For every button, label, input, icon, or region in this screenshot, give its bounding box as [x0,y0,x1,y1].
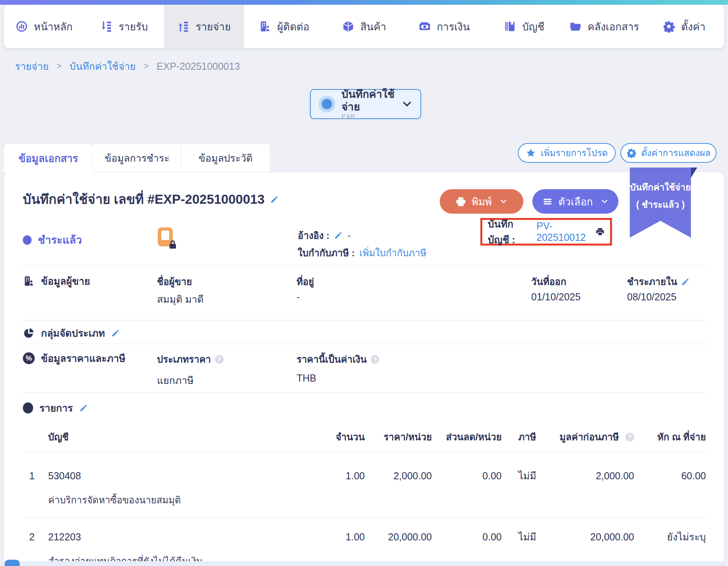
print-button[interactable]: พิมพ์ [440,189,523,214]
discount-value: 0.00 [432,528,502,546]
due-date-label: ชำระภายใน [627,274,690,289]
edit-reference-icon[interactable] [334,231,343,240]
due-date-value: 08/10/2025 [627,291,676,303]
currency-label: ราคานี้เป็นค่าเงิน ? [297,352,379,367]
nav-item-settings[interactable]: ตั้งค่า [644,5,724,48]
display-settings-button[interactable]: ตั้งค่าการแสดงผล [620,143,717,163]
unit-price-value: 2,000.00 [365,467,432,484]
documents-icon [569,20,582,33]
reference-label: อ้างอิง : [298,228,329,243]
journal-label: บันทึกบัญชี : [488,216,532,248]
nav-label: บัญชี [522,19,544,35]
nav-item-products[interactable]: สินค้า [324,5,404,48]
chevron-down-icon [601,197,609,205]
pie-chart-icon [23,327,35,339]
col-pretax: มูลค่าก่อนภาษี ? [553,428,634,446]
discount-value: 0.00 [432,467,502,484]
breadcrumb-current: EXP-20251000013 [157,61,240,72]
pricing-section-header: % ข้อมูลราคาและภาษี [23,350,125,366]
edit-title-icon[interactable] [270,195,279,204]
issue-date-value: 01/10/2025 [531,291,581,303]
divider [20,320,708,320]
nav-label: รายจ่าย [196,19,231,35]
price-type-value: แยกภาษี [157,372,194,388]
line-items-rows: 1 530408 1.00 2,000.00 0.00 ไม่มี 2,000.… [23,457,706,566]
nav-item-home[interactable]: หน้าหลัก [4,5,84,48]
add-tax-invoice-link[interactable]: เพิ่มใบกำกับภาษี [360,245,427,261]
chat-fab-button[interactable] [5,560,20,566]
nav-item-income[interactable]: รายรับ [84,5,164,48]
document-card: บันทึกค่าใช้จ่าย เลขที่ #EXP-20251000013… [4,172,724,566]
chevron-down-icon [500,197,508,205]
ribbon-fold [691,168,697,178]
col-account: บัญชี [41,428,288,446]
breadcrumb-separator: > [56,61,62,71]
pretax-value: 20,000.00 [553,528,634,546]
help-icon[interactable]: ? [371,355,379,364]
journal-highlight-box: บันทึกบัญชี : PV-202510012 [480,218,612,246]
price-type-label: ประเภทราคา ? [157,352,224,367]
divider [20,344,708,344]
currency-value: THB [297,372,316,384]
reference-block: อ้างอิง : - ใบกำกับภาษี : เพิ่มใบกำกับภา… [298,227,426,261]
vendor-section-title: ข้อมูลผู้ขาย [41,273,90,289]
nav-item-finance[interactable]: การเงิน [404,5,484,48]
divider [20,392,708,393]
divider [20,265,708,265]
options-button[interactable]: ตัวเลือก [532,189,618,214]
table-row: 2 212203 1.00 20,000.00 0.00 ไม่มี 20,00… [23,518,706,566]
breadcrumb-separator: > [144,61,149,71]
display-settings-label: ตั้งค่าการแสดงผล [641,146,711,160]
tax-value: ไม่มี [502,528,553,546]
breadcrumb-link-expense[interactable]: รายจ่าย [15,58,49,74]
tab-payment-info[interactable]: ข้อมูลการชำระ [93,144,181,172]
doc-type-selector[interactable]: บันทึกค่าใช้จ่าย EXP [310,89,421,119]
help-icon[interactable]: ? [625,433,634,441]
account-code: 530408 [41,467,288,484]
unit-price-value: 20,000.00 [365,528,432,546]
add-favorite-button[interactable]: เพิ่มรายการโปรด [518,143,616,163]
doc-type-text: บันทึกค่าใช้จ่าย EXP [342,88,395,121]
status-badge: ชำระแล้ว [23,231,82,248]
doc-type-label: บันทึกค่าใช้จ่าย [342,88,395,113]
dashboard-icon [15,20,28,33]
line-items-title: รายการ [39,400,73,416]
nav-item-expense[interactable]: รายจ่าย [164,5,244,48]
printer-icon [455,196,466,207]
nav-label: การเงิน [437,19,470,35]
tab-document-info[interactable]: ข้อมูลเอกสาร [4,144,93,172]
edit-line-items-icon[interactable] [79,404,88,412]
main-navbar: หน้าหลัก รายรับ รายจ่าย ผู้ติดต่อ สินค้า… [4,5,724,48]
vendor-name-link[interactable]: สมมุติ มาดี [157,291,203,307]
nav-item-accounting[interactable]: บัญชี [484,5,564,48]
doc-type-code: EXP [342,113,395,121]
printer-icon[interactable] [595,226,605,237]
price-type-label-text: ประเภทราคา [157,352,211,367]
vendor-address-label: ที่อยู่ [297,274,314,289]
vendor-section-header: ข้อมูลผู้ขาย [23,273,90,289]
line-items-section-header: รายการ [23,400,88,416]
edit-due-date-icon[interactable] [681,277,690,286]
edit-classification-icon[interactable] [111,329,120,337]
col-tax: ภาษี [502,428,553,446]
table-header: บัญชี จำนวน ราคา/หน่วย ส่วนลด/หน่วย ภาษี… [23,428,706,453]
help-icon[interactable]: ? [215,355,224,364]
journal-number-link[interactable]: PV-202510012 [536,220,590,243]
nav-label: หน้าหลัก [34,19,73,35]
tax-invoice-label: ใบกำกับภาษี : [298,245,355,261]
reference-line: อ้างอิง : - [298,227,426,244]
col-discount: ส่วนลด/หน่วย [432,428,502,446]
nav-item-documents[interactable]: คลังเอกสาร [564,5,644,48]
row-number: 2 [23,528,41,546]
tax-invoice-line: ใบกำกับภาษี : เพิ่มใบกำกับภาษี [298,244,426,261]
table-row-values: 1 530408 1.00 2,000.00 0.00 ไม่มี 2,000.… [23,467,706,484]
breadcrumb-link-expense-record[interactable]: บันทึกค่าใช้จ่าย [69,58,136,74]
issue-date-label: วันที่ออก [531,274,566,289]
row-number: 1 [23,467,41,484]
col-unit-price: ราคา/หน่วย [365,428,432,446]
quantity-value: 1.00 [288,528,365,546]
classification-section-header: กลุ่มจัดประเภท [23,325,120,341]
wht-value: ยังไม่ระบุ [634,528,706,546]
nav-item-contacts[interactable]: ผู้ติดต่อ [244,5,324,48]
tab-history-info[interactable]: ข้อมูลประวัติ [181,144,270,172]
